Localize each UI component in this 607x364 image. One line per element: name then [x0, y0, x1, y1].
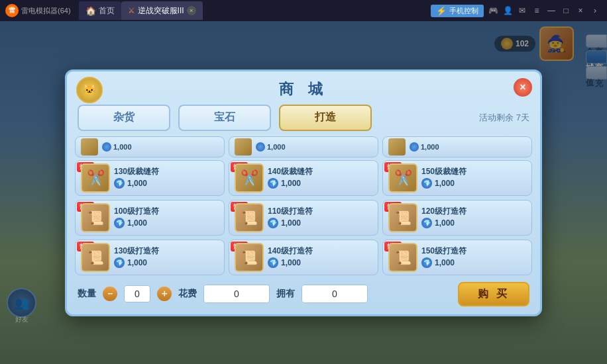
item-name-0: 130级裁缝符: [114, 167, 219, 177]
home-tab-label: 首页: [99, 5, 115, 17]
item-info-4: 110级打造符 💎 1,000: [268, 206, 372, 229]
partial-item-0[interactable]: 1,000: [75, 136, 225, 158]
gamepad-icon[interactable]: 🎮: [488, 5, 498, 16]
item-name-3: 100级打造符: [114, 206, 219, 217]
item-6[interactable]: 热卖 📜 130级打造符 💎 1,000: [75, 240, 225, 275]
modal-overlay: 🐱 商 城 × 杂货 宝石 打造 活动剩余 7天: [0, 21, 607, 364]
item-price-row-0: 💎 1,000: [114, 178, 219, 189]
item-7[interactable]: 热卖 📜 140级打造符 💎 1,000: [229, 240, 378, 275]
item-price-row-2: 💎 1,000: [421, 178, 526, 189]
minimize-btn[interactable]: —: [546, 5, 557, 16]
item-info-6: 130级打造符 💎 1,000: [114, 246, 219, 269]
taskbar-right: ⚡ 手机控制 🎮 👤 ✉ ≡ — □ × ›: [424, 5, 607, 17]
item-icon-4: 📜: [235, 203, 264, 232]
partial-item-icon-2: [388, 138, 406, 156]
emulator-label: 雷电模拟器(64): [21, 6, 71, 16]
partial-item-icon-1: [235, 138, 252, 156]
item-price-5: 1,000: [435, 218, 455, 228]
expand-btn[interactable]: ›: [590, 5, 600, 16]
own-label: 拥有: [276, 288, 295, 300]
partial-price-value-0: 1,000: [113, 143, 132, 151]
item-currency-icon-5: 💎: [421, 218, 432, 228]
item-2[interactable]: 热卖 ✂️ 150级裁缝符 💎 1,000: [382, 160, 532, 196]
item-currency-icon-6: 💎: [114, 257, 125, 268]
home-tab[interactable]: 🏠 首页: [79, 1, 121, 20]
item-name-2: 150级裁缝符: [421, 167, 526, 177]
item-1[interactable]: 热卖 ✂️ 140级裁缝符 💎 1,000: [229, 160, 378, 196]
bottom-bar: 数量 － 0 ＋ 花费 0 拥有 0 购 买: [67, 275, 540, 306]
item-price-row-3: 💎 1,000: [114, 218, 219, 228]
shop-close-btn[interactable]: ×: [514, 78, 532, 97]
item-3[interactable]: 热卖 📜 100级打造符 💎 1,000: [75, 200, 225, 236]
item-price-row-4: 💎 1,000: [268, 218, 372, 228]
item-name-6: 130级打造符: [114, 246, 219, 257]
item-icon-7: 📜: [235, 243, 264, 272]
item-icon-1: ✂️: [235, 163, 264, 193]
partial-currency-icon-0: [102, 142, 111, 152]
tab-misc[interactable]: 杂货: [78, 105, 170, 131]
partial-item-icon-0: [81, 138, 98, 156]
shop-modal-title: 商 城: [279, 81, 328, 97]
item-name-7: 140级打造符: [268, 246, 372, 257]
item-currency-icon-8: 💎: [421, 257, 432, 268]
items-grid: 热卖 ✂️ 130级裁缝符 💎 1,000 热卖 ✂: [67, 160, 540, 275]
item-info-8: 150级打造符 💎 1,000: [421, 246, 526, 269]
partial-item-1[interactable]: 1,000: [229, 136, 378, 158]
menu-icon[interactable]: ≡: [531, 5, 542, 16]
item-info-7: 140级打造符 💎 1,000: [268, 246, 372, 269]
emulator-logo: 雷: [5, 4, 19, 17]
item-price-0: 1,000: [127, 179, 147, 188]
tab-craft[interactable]: 打造: [279, 105, 372, 131]
taskbar: 雷 雷电模拟器(64) 🏠 首页 ⚔ 逆战突破服III × ⚡ 手机控制 🎮 👤…: [0, 0, 607, 21]
taskbar-left: 雷 雷电模拟器(64): [0, 4, 76, 17]
item-currency-icon-4: 💎: [268, 218, 278, 228]
item-icon-6: 📜: [81, 243, 110, 272]
item-name-5: 120级打造符: [421, 206, 526, 217]
item-4[interactable]: 热卖 📜 110级打造符 💎 1,000: [229, 200, 378, 236]
game-tab-label: 逆战突破服III: [138, 5, 184, 17]
item-info-3: 100级打造符 💎 1,000: [114, 206, 219, 229]
item-currency-icon-7: 💎: [268, 257, 278, 268]
item-price-2: 1,000: [435, 179, 455, 188]
modal-header: 🐱 商 城 ×: [67, 71, 540, 105]
item-currency-icon-1: 💎: [268, 178, 278, 189]
item-currency-icon-3: 💎: [114, 218, 125, 228]
qty-minus-btn[interactable]: －: [103, 287, 117, 301]
tab-craft-label: 打造: [315, 111, 336, 124]
mail-icon[interactable]: ✉: [517, 5, 527, 16]
cost-value-display: 0: [203, 285, 270, 303]
partial-currency-icon-2: [410, 142, 419, 152]
item-price-7: 1,000: [281, 258, 301, 267]
item-5[interactable]: 热卖 📜 120级打造符 💎 1,000: [382, 200, 532, 236]
taskbar-tabs: 🏠 首页 ⚔ 逆战突破服III ×: [79, 0, 203, 21]
item-info-2: 150级裁缝符 💎 1,000: [421, 167, 526, 189]
item-name-8: 150级打造符: [421, 246, 526, 257]
shop-modal-icon: 🐱: [76, 77, 103, 103]
item-price-3: 1,000: [127, 218, 147, 228]
maximize-btn[interactable]: □: [561, 5, 571, 16]
close-btn[interactable]: ×: [575, 5, 586, 16]
tab-gem[interactable]: 宝石: [178, 105, 271, 131]
partial-currency-icon-1: [256, 142, 265, 152]
item-icon-5: 📜: [388, 203, 417, 232]
game-area: 逸云源码网：svner.cn 102 🧙 👥 好友 商会 商城 充值 🐱 商 城: [0, 21, 607, 364]
qty-plus-btn[interactable]: ＋: [157, 287, 172, 301]
item-8[interactable]: 热卖 📜 150级打造符 💎 1,000: [382, 240, 532, 275]
shop-modal: 🐱 商 城 × 杂货 宝石 打造 活动剩余 7天: [65, 69, 542, 316]
game-tab-close[interactable]: ×: [187, 6, 196, 15]
phone-control-label: 手机控制: [449, 6, 478, 16]
item-price-8: 1,000: [435, 258, 455, 267]
phone-control-btn[interactable]: ⚡ 手机控制: [431, 5, 484, 17]
item-icon-3: 📜: [81, 203, 110, 232]
user-icon[interactable]: 👤: [502, 5, 513, 16]
item-icon-0: ✂️: [81, 163, 110, 193]
partial-price-1: 1,000: [256, 142, 286, 152]
partial-price-2: 1,000: [410, 142, 439, 152]
game-tab[interactable]: ⚔ 逆战突破服III ×: [121, 1, 203, 20]
item-0[interactable]: 热卖 ✂️ 130级裁缝符 💎 1,000: [75, 160, 225, 196]
item-name-1: 140级裁缝符: [268, 167, 372, 177]
shop-icon-emoji: 🐱: [83, 83, 96, 96]
activity-timer: 活动剩余 7天: [479, 112, 529, 124]
partial-item-2[interactable]: 1,000: [382, 136, 532, 158]
buy-button[interactable]: 购 买: [458, 282, 529, 306]
